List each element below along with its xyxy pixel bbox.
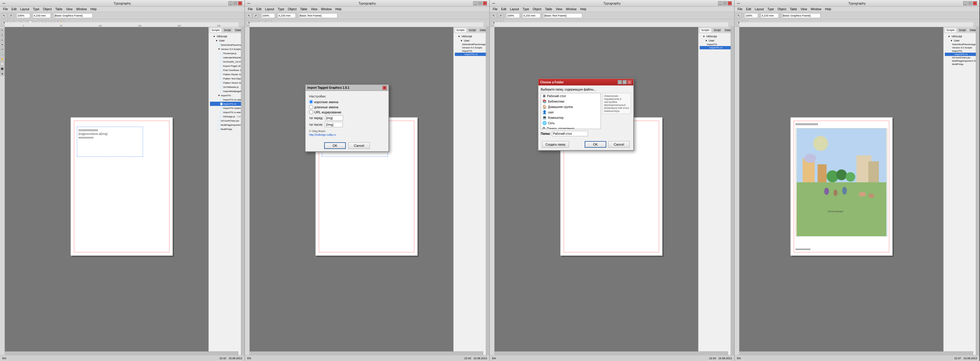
folder-libraries[interactable]: 📚 Библиотеки — [541, 99, 601, 104]
menu-table-1[interactable]: Table — [54, 7, 64, 11]
tree-sp-4[interactable]: SelectAndPlaceImage.jsx — [945, 43, 978, 46]
close-btn-1[interactable]: × — [238, 1, 242, 5]
folder-dialog-close[interactable]: × — [627, 80, 632, 84]
scrollbar-h-4[interactable] — [739, 351, 974, 355]
folder-user[interactable]: 👤 user — [541, 110, 601, 115]
scrollbar-h-1[interactable] — [5, 351, 239, 355]
tree-flattenraster-1[interactable]: 📄 Flatten Raster Graphics IDjsx — [210, 72, 243, 77]
tree-find-1[interactable]: 📄 Find Overflows 1_3.jsx — [210, 68, 243, 72]
menu-view-1[interactable]: View — [64, 7, 75, 11]
close-btn-4[interactable]: × — [973, 1, 977, 5]
ltool-1[interactable]: ↖ — [0, 28, 5, 32]
menu-type-1[interactable]: Type — [31, 7, 41, 11]
menu-help-4[interactable]: Help — [823, 7, 833, 11]
minimize-btn-1[interactable]: _ — [228, 1, 232, 5]
radio-long-2[interactable]: длинные имена — [309, 105, 385, 109]
tree-v5-4[interactable]: Version 5.0 Scripts — [945, 46, 978, 50]
scripts-tab-4[interactable]: Scripts — [945, 28, 956, 32]
ltool-3[interactable]: ▭ — [0, 38, 5, 42]
url-2[interactable]: http://indesign.rudtp.ru — [309, 133, 385, 136]
zoom-input-1[interactable]: 100% — [16, 13, 30, 18]
tree-multiprinja-4[interactable]: MultiPrinja — [945, 62, 978, 66]
menu-file-4[interactable]: File — [736, 7, 744, 11]
coords-input-1[interactable]: 4,233 mm — [33, 13, 51, 18]
folder-homegroup[interactable]: 🏠 Домашняя группа — [541, 104, 601, 110]
tree-importtg-4[interactable]: ImportTG — [945, 50, 978, 53]
menu-edit-4[interactable]: Edit — [744, 7, 753, 11]
tree-flattenvec-1[interactable]: 📄 Flatten Vector Graphics IDjsx — [210, 81, 243, 85]
minimize-btn-4[interactable]: _ — [963, 1, 967, 5]
tree-user-4[interactable]: ▼ User — [945, 38, 978, 43]
tree-flattentext-1[interactable]: 📄 Flatten Text IDjsx — [210, 77, 243, 81]
folder-path-input[interactable] — [552, 131, 588, 136]
folder-desktop[interactable]: 🖥 Рабочий стол — [541, 93, 601, 99]
folder-network[interactable]: 🌐 Сеть — [541, 120, 601, 126]
tree-user-1[interactable]: ▼ User — [210, 38, 243, 43]
scripts-tab-scripts-1[interactable]: Scripts — [210, 28, 221, 32]
tree-gotomaster-1[interactable]: 📄 GoToMaster.js — [210, 85, 243, 89]
folder-new-btn[interactable]: Создать папку — [542, 141, 569, 148]
frame-input-4[interactable] — [781, 13, 821, 18]
tree-posm-1[interactable]: 📄 Посмотри.js — [210, 51, 243, 55]
menu-window-4[interactable]: Window — [809, 7, 823, 11]
tree-incountchars-4[interactable]: InCountChars.jsx — [945, 56, 978, 59]
tree-importtgru-1[interactable]: 📄 ImportTG.ru.alang — [210, 110, 243, 114]
maximize-btn-4[interactable]: □ — [968, 1, 972, 5]
menu-view-4[interactable]: View — [799, 7, 809, 11]
tree-multipageimporter-1[interactable]: 📄 MultiPageImporter2.51.8.jsx — [210, 123, 243, 127]
zoom-input-4[interactable] — [745, 13, 758, 18]
ltool-8[interactable]: ⬜ — [0, 62, 5, 66]
tree-importtgreadme-1[interactable]: 📄 ImportTG.readme.ru — [210, 106, 243, 110]
menu-type-4[interactable]: Type — [765, 7, 776, 11]
tree-indesign-1[interactable]: 📄 InDesign.js Ctrl+5 — [210, 114, 243, 118]
folder-computer[interactable]: 💻 Компьютер — [541, 115, 601, 120]
tag-before-input-2[interactable] — [325, 115, 343, 121]
folder-dialog-min[interactable]: _ — [618, 80, 622, 84]
tree-dotextdk-1[interactable]: 📄 DoTextDK_23.07.2010 — [210, 59, 243, 64]
tree-multiprinja-1[interactable]: 📄 MultiPrinja — [210, 127, 243, 131]
dialog-close-2[interactable]: × — [382, 86, 387, 90]
folder-tree[interactable]: 🖥 Рабочий стол 📚 Библиотеки 🏠 Домашняя г… — [541, 93, 601, 129]
menu-table-4[interactable]: Table — [788, 7, 799, 11]
checkbox-url-2[interactable]: URL кодирование — [309, 110, 385, 114]
menu-layout-4[interactable]: Layout — [753, 7, 765, 11]
scripts-tab-script-1[interactable]: Script — [223, 28, 232, 32]
menu-layout-1[interactable]: Layout — [18, 7, 31, 11]
tree-export-1[interactable]: 📄 Export Pages ID.jsx — [210, 64, 243, 68]
tree-vbscript-4[interactable]: ▼ VBScript — [945, 34, 978, 38]
menu-object-4[interactable]: Object — [776, 7, 788, 11]
ltool-7[interactable]: ✋ — [0, 57, 5, 61]
menu-object-1[interactable]: Object — [41, 7, 54, 11]
coords-input-4[interactable] — [761, 13, 779, 18]
dialog-cancel-2[interactable]: Cancel — [348, 142, 370, 149]
folder-cancel-btn[interactable]: Cancel — [608, 141, 630, 148]
tree-importtgvii-4[interactable]: ImportTG.vii — [945, 53, 978, 56]
tree-importtgvii-1[interactable]: 📄 ImportTG.vii — [210, 102, 243, 106]
ltool-5[interactable]: ✂ — [0, 48, 5, 52]
tool-sel-4[interactable]: ↖ — [736, 13, 742, 18]
tree-importmulti-1[interactable]: 📄 ImportMultipagePDF.js — [210, 89, 243, 93]
tree-vbscript-1[interactable]: ▼ VBScript — [210, 34, 243, 38]
checkbox-url-input-2[interactable] — [309, 110, 313, 114]
ltool-2[interactable]: T — [0, 33, 5, 37]
tool-selector-1[interactable]: ↖ — [1, 13, 7, 18]
scrollbar-v-1[interactable] — [241, 27, 245, 355]
ltool-4[interactable]: ✒ — [0, 43, 5, 47]
folder-dialog-max[interactable]: □ — [622, 80, 627, 84]
menu-window-1[interactable]: Window — [74, 7, 89, 11]
ltool-9[interactable]: ⬛ — [0, 67, 5, 71]
ltool-6[interactable]: 🔍 — [0, 52, 5, 57]
canvas-1[interactable]: qqqqqqqqqqqqq [img]pravoslavie.ai[/img] … — [5, 27, 239, 355]
menu-file-1[interactable]: File — [1, 7, 10, 11]
tree-multipageimporter-4[interactable]: MultiPageImporter2.51.8.jsx — [945, 59, 978, 62]
menu-help-1[interactable]: Help — [89, 7, 99, 11]
folder-controlpanel[interactable]: ⚙ Панель управления — [541, 126, 601, 129]
radio-short-2[interactable]: короткие имена — [309, 100, 385, 104]
menu-edit-1[interactable]: Edit — [10, 7, 18, 11]
folder-ok-btn[interactable]: OK — [585, 141, 606, 148]
frame-input-1[interactable]: [Basic Graphics Frame] — [54, 13, 92, 18]
maximize-btn-1[interactable]: □ — [233, 1, 237, 5]
dialog-ok-2[interactable]: OK — [324, 142, 346, 149]
ltool-10[interactable]: ◈ — [0, 72, 5, 76]
tree-incountchars-1[interactable]: 📄 InCountChars.jsx — [210, 118, 243, 123]
